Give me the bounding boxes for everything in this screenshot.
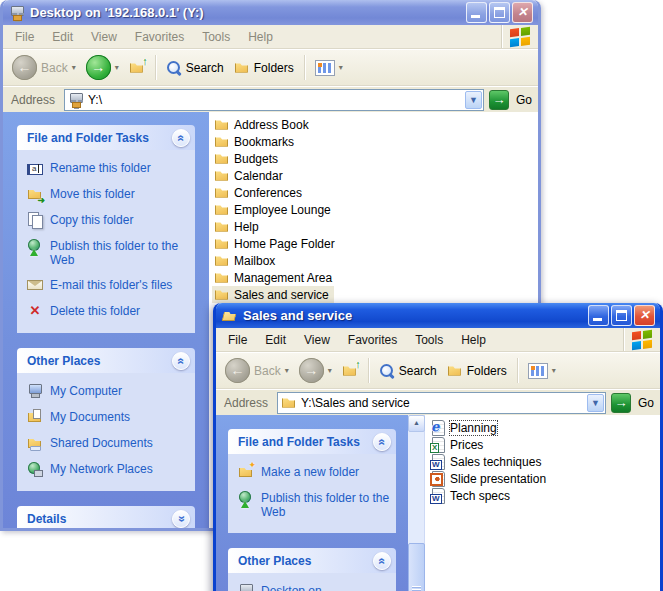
go-label[interactable]: Go bbox=[636, 396, 656, 410]
file-row[interactable]: Home Page Folder bbox=[212, 235, 340, 252]
titlebar[interactable]: Desktop on '192.168.0.1' (Y:) ✕ bbox=[3, 0, 538, 25]
task-item[interactable]: Make a new folder bbox=[238, 464, 392, 480]
views-button[interactable]: ▾ bbox=[524, 361, 560, 381]
file-row[interactable]: Tech specs bbox=[428, 487, 515, 504]
expand-chevron-icon[interactable]: « bbox=[172, 510, 190, 528]
file-list[interactable]: Planning Prices Sales techniques Slide p… bbox=[425, 415, 660, 591]
menu-item[interactable]: Favorites bbox=[126, 26, 193, 48]
go-label[interactable]: Go bbox=[514, 93, 534, 107]
collapse-chevron-icon[interactable]: « bbox=[373, 433, 391, 451]
file-row[interactable]: Budgets bbox=[212, 150, 283, 167]
back-dropdown-icon[interactable]: ▾ bbox=[72, 63, 76, 72]
file-row[interactable]: Help bbox=[212, 218, 264, 235]
file-row[interactable]: Planning bbox=[428, 419, 502, 436]
menu-item[interactable]: File bbox=[219, 329, 256, 351]
folder-icon bbox=[214, 151, 230, 167]
address-dropdown-button[interactable]: ▼ bbox=[587, 394, 604, 412]
menu-item[interactable]: Edit bbox=[43, 26, 82, 48]
menu-item[interactable]: View bbox=[295, 329, 339, 351]
address-dropdown-button[interactable]: ▼ bbox=[465, 91, 482, 109]
file-row[interactable]: Slide presentation bbox=[428, 470, 551, 487]
views-dropdown-icon[interactable]: ▾ bbox=[339, 63, 343, 72]
panel-header[interactable]: Other Places « bbox=[228, 548, 396, 573]
back-button[interactable]: ← Back ▾ bbox=[8, 53, 80, 82]
go-button[interactable]: → bbox=[611, 393, 631, 413]
up-button[interactable] bbox=[338, 361, 362, 381]
collapse-chevron-icon[interactable]: « bbox=[172, 352, 190, 370]
task-item[interactable]: E-mail this folder's files bbox=[27, 277, 191, 293]
place-item[interactable]: My Documents bbox=[27, 409, 191, 425]
forward-dropdown-icon[interactable]: ▾ bbox=[328, 366, 332, 375]
folder-icon bbox=[214, 287, 230, 303]
views-button[interactable]: ▾ bbox=[311, 58, 347, 78]
titlebar[interactable]: Sales and service ✕ bbox=[216, 303, 660, 328]
file-row[interactable]: Employee Lounge bbox=[212, 201, 336, 218]
menu-item[interactable]: Tools bbox=[406, 329, 452, 351]
menu-item[interactable]: View bbox=[82, 26, 126, 48]
toolbar-separator bbox=[155, 55, 156, 80]
menu-item[interactable]: File bbox=[6, 26, 43, 48]
minimize-button[interactable] bbox=[466, 2, 487, 23]
menu-item[interactable]: Help bbox=[239, 26, 282, 48]
task-item[interactable]: Delete this folder bbox=[27, 303, 191, 319]
forward-button[interactable]: → ▾ bbox=[295, 356, 336, 385]
collapse-chevron-icon[interactable]: « bbox=[373, 552, 391, 570]
panel-header[interactable]: Other Places « bbox=[17, 348, 195, 373]
address-value[interactable]: Y:\ bbox=[88, 93, 461, 107]
back-dropdown-icon[interactable]: ▾ bbox=[285, 366, 289, 375]
place-item[interactable]: Desktop on '192.168.0.1' (Y:) bbox=[238, 583, 392, 591]
panel-header[interactable]: File and Folder Tasks « bbox=[228, 429, 396, 454]
task-item[interactable]: Publish this folder to the Web bbox=[238, 490, 392, 519]
new-folder-icon bbox=[238, 464, 254, 480]
window-controls: ✕ bbox=[588, 305, 655, 326]
views-dropdown-icon[interactable]: ▾ bbox=[552, 366, 556, 375]
close-button[interactable]: ✕ bbox=[634, 305, 655, 326]
file-row[interactable]: Bookmarks bbox=[212, 133, 299, 150]
close-button[interactable]: ✕ bbox=[512, 2, 533, 23]
panel-header[interactable]: File and Folder Tasks « bbox=[17, 125, 195, 150]
menu-item[interactable]: Edit bbox=[256, 329, 295, 351]
collapse-chevron-icon[interactable]: « bbox=[172, 129, 190, 147]
up-button[interactable] bbox=[125, 58, 149, 78]
copy-icon bbox=[27, 212, 43, 228]
search-button[interactable]: Search bbox=[162, 58, 228, 78]
brand-cell bbox=[501, 25, 538, 48]
folders-button[interactable]: Folders bbox=[230, 58, 298, 78]
back-button[interactable]: ← Back ▾ bbox=[221, 356, 293, 385]
panel-header[interactable]: Details « bbox=[17, 506, 195, 528]
task-item[interactable]: Publish this folder to the Web bbox=[27, 238, 191, 267]
network-desktop-icon bbox=[9, 5, 25, 21]
forward-dropdown-icon[interactable]: ▾ bbox=[115, 63, 119, 72]
folders-button[interactable]: Folders bbox=[443, 361, 511, 381]
task-item[interactable]: Move this folder bbox=[27, 186, 191, 202]
address-value[interactable]: Y:\Sales and service bbox=[301, 396, 583, 410]
maximize-button[interactable] bbox=[611, 305, 632, 326]
rename-icon bbox=[27, 160, 43, 176]
menu-item[interactable]: Favorites bbox=[339, 329, 406, 351]
task-item[interactable]: Copy this folder bbox=[27, 212, 191, 228]
file-row[interactable]: Sales techniques bbox=[428, 453, 546, 470]
minimize-button[interactable] bbox=[588, 305, 609, 326]
scrollbar-thumb[interactable] bbox=[408, 543, 425, 591]
file-row[interactable]: Sales and service bbox=[212, 286, 334, 303]
place-item[interactable]: My Network Places bbox=[27, 461, 191, 477]
scroll-up-button[interactable]: ▲ bbox=[408, 415, 425, 432]
menu-item[interactable]: Help bbox=[452, 329, 495, 351]
file-row[interactable]: Mailbox bbox=[212, 252, 280, 269]
file-row[interactable]: Management Area bbox=[212, 269, 337, 286]
file-row[interactable]: Conferences bbox=[212, 184, 307, 201]
taskpane-scrollbar[interactable]: ▲ bbox=[408, 415, 425, 591]
place-item[interactable]: Shared Documents bbox=[27, 435, 191, 451]
file-row[interactable]: Address Book bbox=[212, 116, 314, 133]
file-row[interactable]: Prices bbox=[428, 436, 488, 453]
task-item[interactable]: Rename this folder bbox=[27, 160, 191, 176]
address-combo[interactable]: Y:\Sales and service ▼ bbox=[277, 392, 606, 414]
forward-button[interactable]: → ▾ bbox=[82, 53, 123, 82]
search-button[interactable]: Search bbox=[375, 361, 441, 381]
file-row[interactable]: Calendar bbox=[212, 167, 288, 184]
maximize-button[interactable] bbox=[489, 2, 510, 23]
menu-item[interactable]: Tools bbox=[193, 26, 239, 48]
place-item[interactable]: My Computer bbox=[27, 383, 191, 399]
address-combo[interactable]: Y:\ ▼ bbox=[64, 89, 484, 111]
go-button[interactable]: → bbox=[489, 90, 509, 110]
